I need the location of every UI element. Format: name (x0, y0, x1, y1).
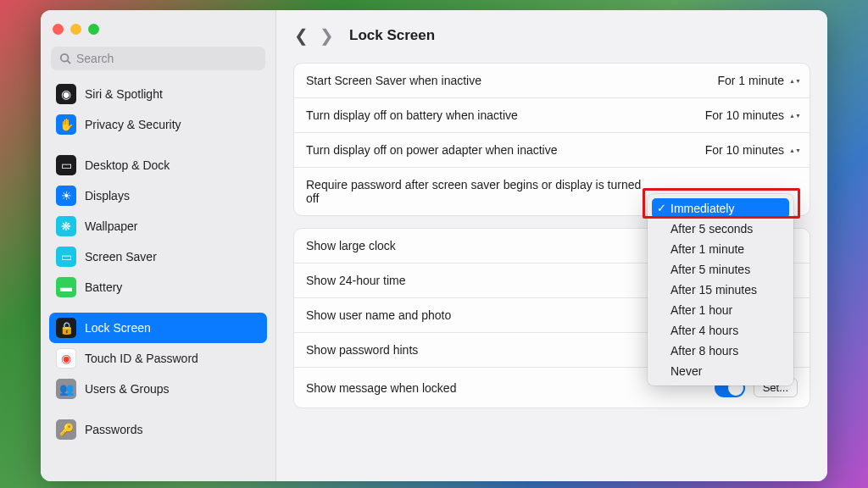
header-bar: ❮ ❯ Lock Screen (276, 10, 827, 56)
settings-group-timing: Start Screen Saver when inactive For 1 m… (293, 63, 810, 216)
close-window-button[interactable] (53, 24, 64, 35)
row-label: Show large clock (306, 239, 396, 252)
sidebar: Search ◉Siri & Spotlight✋Privacy & Secur… (41, 10, 276, 481)
search-input[interactable]: Search (51, 47, 265, 70)
require-password-dropdown[interactable]: ImmediatelyAfter 5 secondsAfter 1 minute… (648, 194, 793, 385)
row-label: Require password after screen saver begi… (306, 178, 654, 205)
dropdown-item[interactable]: After 5 seconds (652, 219, 789, 239)
sidebar-icon: ▭ (56, 247, 76, 267)
sidebar-item-wallpaper[interactable]: ❋Wallpaper (49, 211, 267, 241)
dropdown-item[interactable]: After 1 hour (652, 300, 789, 320)
row-label: Turn display off on power adapter when i… (306, 143, 558, 157)
row-value-select[interactable]: For 10 minutes ▲▼ (705, 143, 798, 157)
stepper-icon: ▲▼ (789, 114, 798, 118)
system-settings-window: Search ◉Siri & Spotlight✋Privacy & Secur… (41, 10, 827, 481)
dropdown-item[interactable]: After 15 minutes (652, 280, 789, 300)
row-display-off-battery: Turn display off on battery when inactiv… (294, 98, 810, 133)
dropdown-item[interactable]: After 1 minute (652, 239, 789, 259)
row-screensaver-inactive: Start Screen Saver when inactive For 1 m… (294, 64, 810, 98)
sidebar-item-label: Desktop & Dock (85, 158, 170, 172)
sidebar-item-label: Displays (85, 189, 130, 202)
nav-forward-button[interactable]: ❯ (319, 25, 334, 46)
sidebar-icon: ▭ (56, 155, 76, 175)
sidebar-icon: ❋ (56, 216, 76, 236)
sidebar-item-passwords[interactable]: 🔑Passwords (49, 414, 267, 445)
sidebar-item-desktop-dock[interactable]: ▭Desktop & Dock (49, 150, 267, 180)
dropdown-item[interactable]: After 8 hours (652, 341, 789, 361)
row-value-select[interactable]: For 1 minute ▲▼ (717, 74, 798, 87)
sidebar-item-lock-screen[interactable]: 🔒Lock Screen (49, 313, 267, 343)
sidebar-icon: ✋ (56, 114, 76, 135)
row-label: Show message when locked (306, 381, 456, 395)
dropdown-item[interactable]: Immediately (652, 198, 789, 219)
svg-point-0 (61, 54, 69, 62)
sidebar-item-label: Screen Saver (85, 250, 157, 263)
sidebar-item-battery[interactable]: ▬Battery (49, 272, 267, 302)
search-placeholder: Search (76, 52, 114, 65)
sidebar-item-label: Passwords (85, 423, 142, 436)
sidebar-item-label: Users & Groups (85, 382, 170, 396)
window-controls (41, 19, 275, 47)
sidebar-icon: ◉ (56, 84, 76, 104)
stepper-icon: ▲▼ (789, 79, 798, 83)
svg-line-1 (68, 61, 71, 64)
sidebar-icon: 🔑 (56, 419, 76, 440)
dropdown-item[interactable]: After 4 hours (652, 320, 789, 341)
sidebar-item-screen-saver[interactable]: ▭Screen Saver (49, 241, 267, 272)
search-icon (59, 53, 71, 64)
sidebar-item-siri-spotlight[interactable]: ◉Siri & Spotlight (49, 79, 267, 109)
row-display-off-power: Turn display off on power adapter when i… (294, 133, 810, 168)
sidebar-item-label: Battery (85, 280, 122, 294)
sidebar-icon: ◉ (56, 348, 76, 369)
sidebar-item-label: Lock Screen (85, 321, 151, 335)
row-label: Turn display off on battery when inactiv… (306, 108, 518, 122)
sidebar-item-users-groups[interactable]: 👥Users & Groups (49, 374, 267, 404)
row-value-select[interactable]: For 10 minutes ▲▼ (705, 108, 798, 122)
sidebar-item-label: Siri & Spotlight (85, 87, 163, 101)
sidebar-icon: ▬ (56, 277, 76, 297)
minimize-window-button[interactable] (70, 24, 81, 35)
sidebar-icon: 🔒 (56, 318, 76, 338)
stepper-icon: ▲▼ (789, 148, 798, 152)
row-label: Start Screen Saver when inactive (306, 74, 481, 87)
dropdown-item[interactable]: After 5 minutes (652, 259, 789, 280)
dropdown-item[interactable]: Never (652, 361, 789, 381)
row-label: Show 24-hour time (306, 274, 406, 287)
sidebar-icon: 👥 (56, 379, 76, 399)
sidebar-item-label: Wallpaper (85, 219, 138, 233)
sidebar-icon: ☀ (56, 186, 76, 206)
sidebar-item-privacy-security[interactable]: ✋Privacy & Security (49, 109, 267, 140)
sidebar-item-touch-id-password[interactable]: ◉Touch ID & Password (49, 343, 267, 374)
row-label: Show user name and photo (306, 308, 451, 322)
sidebar-item-displays[interactable]: ☀Displays (49, 180, 267, 211)
page-title: Lock Screen (349, 27, 435, 44)
maximize-window-button[interactable] (88, 24, 99, 35)
nav-back-button[interactable]: ❮ (293, 25, 309, 46)
sidebar-list: ◉Siri & Spotlight✋Privacy & Security▭Des… (41, 79, 275, 481)
sidebar-item-label: Touch ID & Password (85, 352, 198, 365)
row-label: Show password hints (306, 343, 418, 357)
sidebar-item-label: Privacy & Security (85, 118, 181, 131)
